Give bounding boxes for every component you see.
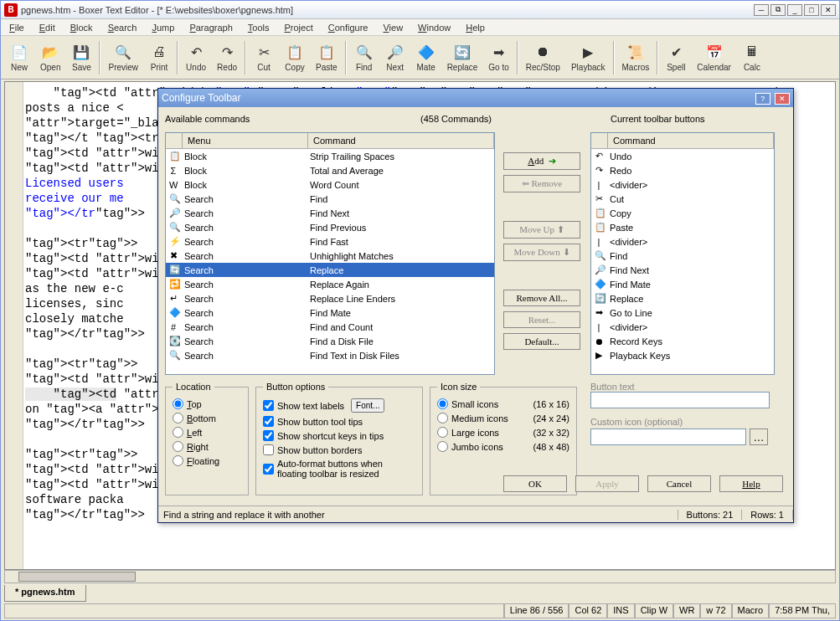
location-label[interactable]: Bottom — [187, 413, 216, 423]
toolbar-spell[interactable]: ✔Spell — [661, 41, 691, 74]
move-up-button[interactable]: Move Up ⬆ — [503, 221, 580, 239]
col-command[interactable]: Command — [608, 133, 774, 148]
list-item[interactable]: 📋Copy — [591, 206, 774, 220]
maximize-button[interactable]: □ — [804, 4, 819, 16]
file-tab[interactable]: * pgnews.htm — [4, 585, 86, 602]
location-label[interactable]: Top — [187, 399, 202, 409]
toolbar-macros[interactable]: 📜Macros — [617, 41, 655, 74]
location-label[interactable]: Right — [187, 442, 209, 452]
help-button[interactable]: Help — [719, 475, 783, 492]
menu-jump[interactable]: Jump — [146, 21, 182, 34]
list-item[interactable]: ↶Undo — [591, 149, 774, 163]
icon-size-radio[interactable] — [437, 413, 448, 423]
menu-search[interactable]: Search — [101, 21, 144, 34]
dialog-help-icon[interactable]: ? — [755, 93, 770, 105]
toolbar-goto[interactable]: ➡Go to — [483, 41, 513, 74]
toolbar-cut[interactable]: ✂Cut — [249, 41, 279, 74]
option-label[interactable]: Show button borders — [277, 445, 363, 455]
location-radio-top[interactable] — [173, 398, 183, 409]
location-label[interactable]: Left — [187, 428, 202, 438]
menu-view[interactable]: View — [376, 21, 410, 34]
option-checkbox[interactable] — [263, 444, 274, 455]
option-checkbox[interactable] — [263, 400, 274, 411]
list-item[interactable]: |<divider> — [591, 234, 774, 249]
default-button[interactable]: Default... — [503, 333, 580, 350]
toolbar-calendar[interactable]: 📅Calendar — [692, 41, 736, 74]
toolbar-new[interactable]: 📄New — [4, 41, 34, 74]
list-item[interactable]: 📋Paste — [591, 220, 774, 234]
menu-configure[interactable]: Configure — [322, 21, 375, 34]
icon-size-label[interactable]: Medium icons — [451, 413, 508, 423]
list-item[interactable]: WBlockWord Count — [166, 177, 494, 192]
restore-button[interactable]: ⧉ — [770, 4, 786, 16]
icon-size-label[interactable]: Small icons — [451, 399, 498, 409]
current-buttons-list[interactable]: Command ↶Undo↷Redo|<divider>✂Cut📋Copy📋Pa… — [590, 132, 775, 375]
list-item[interactable]: 🔷Find Mate — [591, 277, 774, 291]
menu-paragraph[interactable]: Paragraph — [183, 21, 239, 34]
option-label[interactable]: Show shortcut keys in tips — [277, 431, 384, 441]
horizontal-scrollbar[interactable] — [4, 570, 836, 583]
list-item[interactable]: |<divider> — [591, 177, 774, 192]
list-item[interactable]: #SearchFind and Count — [166, 320, 494, 334]
list-item[interactable]: 🔁SearchReplace Again — [166, 277, 494, 291]
list-item[interactable]: 🔍SearchFind Previous — [166, 220, 494, 234]
list-item[interactable]: 🔄Replace — [591, 291, 774, 305]
toolbar-playback[interactable]: ▶Playback — [566, 41, 611, 74]
location-radio-left[interactable] — [173, 427, 183, 438]
toolbar-recstop[interactable]: ⏺Rec/Stop — [521, 41, 565, 74]
list-item[interactable]: 🔎Find Next — [591, 263, 774, 277]
menu-window[interactable]: Window — [411, 21, 457, 34]
list-item[interactable]: ↵SearchReplace Line Enders — [166, 291, 494, 305]
icon-size-radio[interactable] — [437, 441, 448, 452]
toolbar-copy[interactable]: 📋Copy — [280, 41, 310, 74]
col-menu[interactable]: Menu — [183, 133, 308, 148]
list-item[interactable]: 🔎SearchFind Next — [166, 206, 494, 220]
menu-help[interactable]: Help — [459, 21, 492, 34]
minimize2-button[interactable]: _ — [787, 4, 802, 16]
dialog-close-icon[interactable]: ✕ — [775, 93, 790, 105]
location-radio-right[interactable] — [173, 441, 183, 452]
toolbar-find[interactable]: 🔍Find — [349, 41, 379, 74]
close-button[interactable]: ✕ — [821, 4, 836, 16]
list-item[interactable]: ↷Redo — [591, 163, 774, 177]
list-item[interactable]: ✖SearchUnhighlight Matches — [166, 249, 494, 263]
toolbar-undo[interactable]: ↶Undo — [181, 41, 211, 74]
toolbar-preview[interactable]: 🔍Preview — [103, 41, 143, 74]
icon-size-radio[interactable] — [437, 398, 448, 409]
toolbar-open[interactable]: 📂Open — [35, 41, 65, 74]
status-ins[interactable]: INS — [607, 603, 634, 618]
location-radio-bottom[interactable] — [173, 413, 183, 423]
menu-file[interactable]: File — [3, 21, 31, 34]
list-item[interactable]: ⏺Record Keys — [591, 334, 774, 348]
menu-tools[interactable]: Tools — [241, 21, 276, 34]
add-button[interactable]: Add ➔ — [503, 152, 580, 170]
menu-block[interactable]: Block — [64, 21, 100, 34]
list-item[interactable]: 📋BlockStrip Trailing Spaces — [166, 149, 494, 163]
menu-project[interactable]: Project — [277, 21, 319, 34]
list-item[interactable]: ✂Cut — [591, 192, 774, 206]
font-button[interactable]: Font... — [351, 398, 384, 413]
col-command[interactable]: Command — [308, 133, 494, 148]
toolbar-paste[interactable]: 📋Paste — [311, 41, 343, 74]
list-item[interactable]: ▶Playback Keys — [591, 348, 774, 362]
icon-size-radio[interactable] — [437, 427, 448, 438]
toolbar-redo[interactable]: ↷Redo — [212, 41, 242, 74]
list-item[interactable]: |<divider> — [591, 320, 774, 334]
option-checkbox[interactable] — [263, 464, 274, 475]
toolbar-calc[interactable]: 🖩Calc — [737, 41, 767, 74]
custom-icon-input[interactable] — [590, 429, 746, 445]
option-checkbox[interactable] — [263, 430, 274, 441]
menu-edit[interactable]: Edit — [33, 21, 62, 34]
list-item[interactable]: 💽SearchFind a Disk File — [166, 334, 494, 348]
list-item[interactable]: 🔷SearchFind Mate — [166, 305, 494, 320]
minimize-button[interactable]: ─ — [754, 4, 769, 16]
toolbar-save[interactable]: 💾Save — [66, 41, 96, 74]
icon-size-label[interactable]: Jumbo icons — [451, 442, 503, 452]
list-item[interactable]: 🔍SearchFind — [166, 192, 494, 206]
browse-icon-button[interactable]: … — [750, 429, 768, 445]
ok-button[interactable]: OK — [503, 475, 567, 492]
available-commands-list[interactable]: Menu Command 📋BlockStrip Trailing Spaces… — [165, 132, 495, 375]
list-item[interactable]: ⚡SearchFind Fast — [166, 234, 494, 249]
remove-all-button[interactable]: Remove All... — [503, 290, 580, 306]
move-down-button[interactable]: Move Down ⬇ — [503, 244, 580, 261]
